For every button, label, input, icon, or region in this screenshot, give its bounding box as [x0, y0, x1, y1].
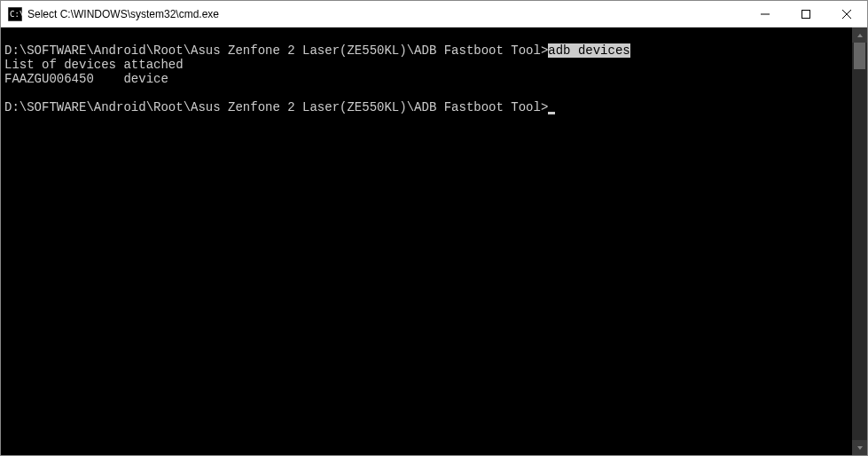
- terminal-line: D:\SOFTWARE\Android\Root\Asus Zenfone 2 …: [4, 100, 848, 114]
- cursor: [548, 112, 555, 114]
- terminal-line: D:\SOFTWARE\Android\Root\Asus Zenfone 2 …: [4, 29, 848, 58]
- scroll-down-button[interactable]: [852, 440, 867, 455]
- cmd-window: C:\ Select C:\WINDOWS\system32\cmd.exe D…: [0, 0, 868, 456]
- window-controls: [745, 1, 867, 27]
- terminal-output[interactable]: D:\SOFTWARE\Android\Root\Asus Zenfone 2 …: [1, 28, 852, 455]
- svg-rect-3: [802, 10, 810, 18]
- terminal-line: List of devices attached: [4, 58, 848, 72]
- terminal-line: [4, 86, 848, 100]
- minimize-button[interactable]: [745, 1, 786, 27]
- close-button[interactable]: [826, 1, 867, 27]
- svg-text:C:\: C:\: [10, 10, 22, 19]
- prompt-text: D:\SOFTWARE\Android\Root\Asus Zenfone 2 …: [4, 100, 548, 114]
- scrollbar-track[interactable]: [852, 43, 867, 440]
- cmd-icon: C:\: [8, 7, 22, 21]
- titlebar[interactable]: C:\ Select C:\WINDOWS\system32\cmd.exe: [1, 1, 867, 28]
- svg-marker-7: [857, 446, 863, 450]
- scrollbar-thumb[interactable]: [854, 43, 865, 69]
- prompt-text: D:\SOFTWARE\Android\Root\Asus Zenfone 2 …: [4, 43, 548, 58]
- svg-marker-6: [857, 34, 863, 37]
- terminal-line: FAAZGU006450 device: [4, 72, 848, 86]
- maximize-button[interactable]: [786, 1, 826, 27]
- terminal-wrapper: D:\SOFTWARE\Android\Root\Asus Zenfone 2 …: [1, 28, 867, 455]
- selected-command: adb devices: [548, 43, 629, 58]
- vertical-scrollbar[interactable]: [852, 28, 867, 455]
- scroll-up-button[interactable]: [852, 28, 867, 43]
- window-title: Select C:\WINDOWS\system32\cmd.exe: [27, 8, 745, 20]
